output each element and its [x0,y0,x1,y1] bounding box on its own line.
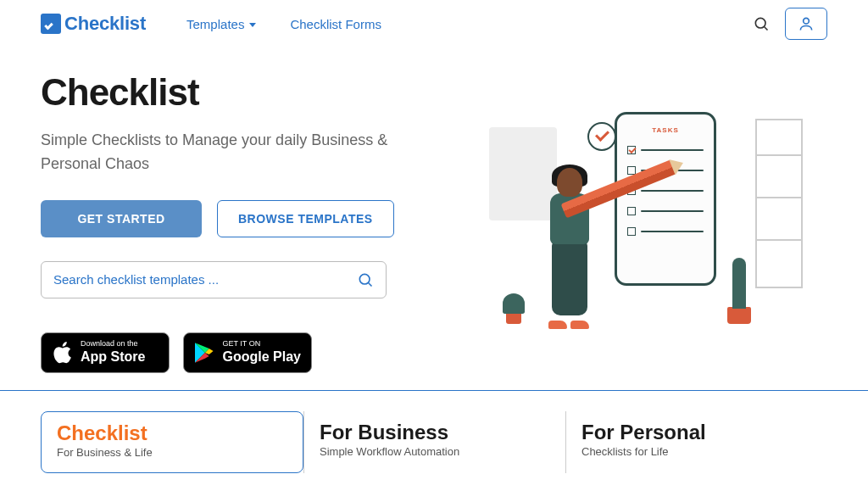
tab-personal[interactable]: For Personal Checklists for Life [565,411,827,473]
svg-point-3 [359,274,370,284]
template-search-input[interactable] [53,272,357,287]
get-started-button[interactable]: GET STARTED [41,200,202,237]
tab-sub: Simple Workflow Automation [320,445,550,458]
check-bubble-icon [587,122,616,151]
tab-checklist[interactable]: Checklist For Business & Life [41,411,303,473]
search-icon[interactable] [357,271,374,288]
page-title: Checklist [41,71,405,114]
logo[interactable]: Checklist [41,13,146,35]
google-play-badge[interactable]: GET IT ON Google Play [183,332,312,373]
svg-line-4 [369,283,372,287]
section-divider [0,390,868,391]
check-box-icon [41,14,61,34]
page-subtitle: Simple Checklists to Manage your daily B… [41,129,405,176]
nav-templates[interactable]: Templates [186,17,256,31]
header: Checklist Templates Checklist Forms [41,0,827,47]
apple-small-text: Download on the [81,340,145,348]
browse-templates-button[interactable]: BROWSE TEMPLATES [217,200,394,237]
chevron-down-icon [249,23,256,27]
nav-templates-label: Templates [186,17,244,31]
tab-business[interactable]: For Business Simple Workflow Automation [303,411,565,473]
app-store-badge[interactable]: Download on the App Store [41,332,170,373]
svg-point-2 [804,18,810,24]
illustration-board-title: TASKS [627,126,704,134]
tab-title: For Personal [581,421,812,443]
hero: Checklist Simple Checklists to Manage yo… [41,71,827,373]
search-icon[interactable] [753,15,770,32]
tab-title: For Business [320,421,550,443]
hero-illustration: TASKS [456,71,827,373]
account-button[interactable] [785,8,827,40]
user-icon [798,15,815,32]
tab-sub: For Business & Life [57,446,287,459]
template-search[interactable] [41,261,387,298]
svg-line-1 [765,27,768,31]
google-big-text: Google Play [223,349,301,365]
nav: Templates Checklist Forms [186,17,381,31]
apple-big-text: App Store [81,349,145,365]
apple-icon [52,341,72,365]
google-small-text: GET IT ON [223,340,301,348]
nav-forms-label: Checklist Forms [290,17,381,31]
nav-forms[interactable]: Checklist Forms [290,17,381,31]
feature-tabs: Checklist For Business & Life For Busine… [0,411,868,473]
google-play-icon [194,342,214,364]
tab-sub: Checklists for Life [581,445,812,458]
tab-title: Checklist [57,422,287,444]
brand-name: Checklist [64,13,146,35]
svg-point-0 [755,18,765,28]
